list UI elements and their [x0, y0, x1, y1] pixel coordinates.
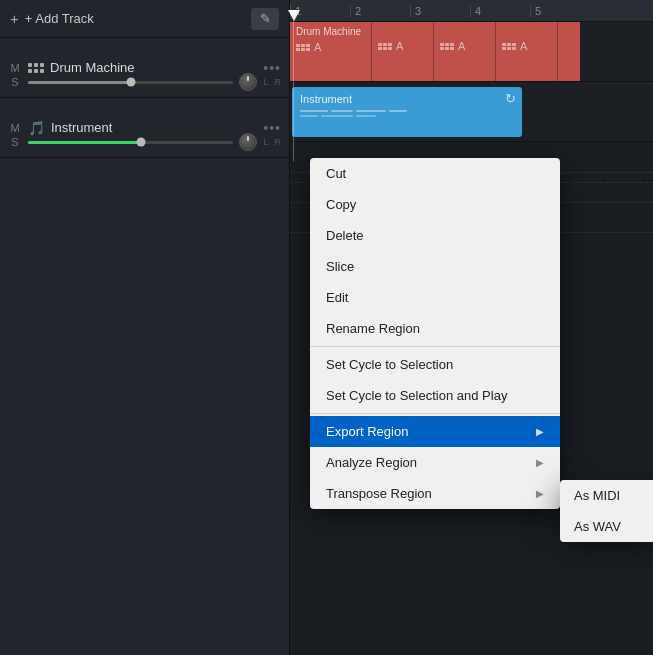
track-mute-instrument[interactable]: M — [8, 122, 22, 134]
knob-drum[interactable] — [239, 73, 257, 91]
drum-clip-partial[interactable] — [558, 22, 580, 81]
submenu-arrow-transpose: ▶ — [536, 488, 544, 499]
pen-icon: ✎ — [260, 11, 271, 26]
lr-label-drum-r: R — [275, 77, 282, 87]
track-solo-drum[interactable]: S — [8, 76, 22, 88]
context-menu: Cut Copy Delete Slice Edit Rename Region… — [310, 158, 560, 509]
menu-item-set-cycle-play[interactable]: Set Cycle to Selection and Play — [310, 380, 560, 411]
fader-instrument[interactable] — [28, 141, 233, 144]
export-submenu: As MIDI As WAV — [560, 480, 653, 542]
add-track-label: + Add Track — [25, 11, 94, 26]
drum-clip-3[interactable]: A — [496, 22, 558, 81]
track-solo-instrument[interactable]: S — [8, 136, 22, 148]
menu-item-transpose[interactable]: Transpose Region ▶ — [310, 478, 560, 509]
timeline-header: 1 2 3 4 5 — [290, 0, 653, 22]
playhead — [288, 10, 300, 21]
drum-clip-2[interactable]: A — [434, 22, 496, 81]
submenu-item-wav[interactable]: As WAV — [560, 511, 653, 542]
instrument-clip[interactable]: Instrument ↻ — [292, 87, 522, 137]
menu-divider-2 — [310, 413, 560, 414]
menu-divider-1 — [310, 346, 560, 347]
track-row-instrument: M 🎵 Instrument ••• S L R — [0, 98, 289, 158]
add-track-button[interactable]: + + Add Track — [10, 10, 94, 27]
drum-clip-0[interactable]: Drum Machine A — [290, 22, 372, 81]
track-panel: + + Add Track ✎ M Drum Machine ••• S — [0, 0, 290, 655]
drum-track-icon — [28, 63, 44, 73]
menu-item-edit[interactable]: Edit — [310, 282, 560, 313]
plus-icon: + — [10, 10, 19, 27]
fader-drum[interactable] — [28, 81, 233, 84]
pen-button[interactable]: ✎ — [251, 8, 279, 30]
lr-label-instrument: L — [263, 137, 268, 147]
lr-label-instrument-r: R — [275, 137, 282, 147]
instrument-clips-row: Instrument ↻ — [290, 82, 653, 142]
drum-clip-label-0: Drum Machine — [296, 26, 365, 37]
menu-item-analyze[interactable]: Analyze Region ▶ — [310, 447, 560, 478]
timeline-marker-3: 3 — [410, 5, 470, 17]
track-row-drum: M Drum Machine ••• S L R — [0, 38, 289, 98]
instrument-clip-label: Instrument — [300, 93, 352, 105]
drum-clips-row: Drum Machine A — [290, 22, 653, 82]
timeline-marker-4: 4 — [470, 5, 530, 17]
menu-item-cut[interactable]: Cut — [310, 158, 560, 189]
track-mute-drum[interactable]: M — [8, 62, 22, 74]
submenu-item-midi[interactable]: As MIDI — [560, 480, 653, 511]
add-track-row: + + Add Track ✎ — [0, 0, 289, 38]
menu-item-copy[interactable]: Copy — [310, 189, 560, 220]
menu-item-export[interactable]: Export Region ▶ — [310, 416, 560, 447]
timeline-marker-5: 5 — [530, 5, 590, 17]
menu-item-delete[interactable]: Delete — [310, 220, 560, 251]
lr-label-drum: L — [263, 77, 268, 87]
submenu-arrow-export: ▶ — [536, 426, 544, 437]
menu-item-slice[interactable]: Slice — [310, 251, 560, 282]
knob-instrument[interactable] — [239, 133, 257, 151]
drum-clip-1[interactable]: A — [372, 22, 434, 81]
menu-item-rename[interactable]: Rename Region — [310, 313, 560, 344]
timeline-marker-2: 2 — [350, 5, 410, 17]
playhead-line — [293, 21, 294, 161]
clip-refresh-icon: ↻ — [505, 91, 516, 106]
submenu-arrow-analyze: ▶ — [536, 457, 544, 468]
menu-item-set-cycle[interactable]: Set Cycle to Selection — [310, 349, 560, 380]
